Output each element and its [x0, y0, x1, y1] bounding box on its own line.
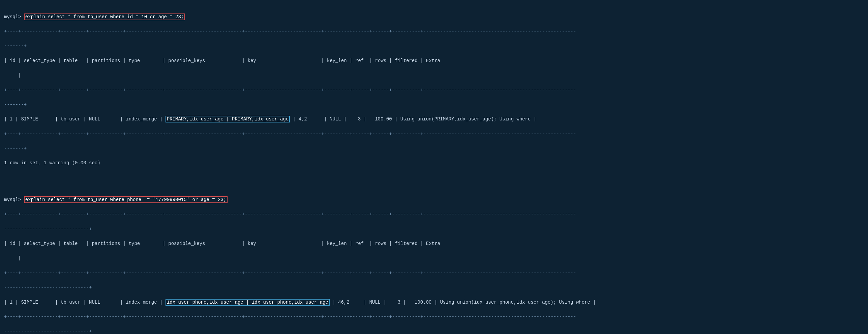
sep4b: ------------------------------+: [4, 226, 864, 233]
sep4a: +----+-------------+---------+----------…: [4, 211, 864, 218]
prompt2: mysql>: [4, 197, 24, 202]
sep6a: +----+-------------+---------+----------…: [4, 313, 864, 321]
query2-line: mysql> explain select * from tb_user whe…: [4, 196, 864, 204]
header2: | id | select_type | table | partitions …: [4, 240, 864, 248]
prompt1: mysql>: [4, 14, 24, 20]
sep5a: +----+-------------+---------+----------…: [4, 270, 864, 277]
header1: | id | select_type | table | partitions …: [4, 57, 864, 65]
blank1: [4, 182, 864, 189]
index1-highlight: PRIMARY,idx_user_age | PRIMARY,idx_user_…: [166, 116, 290, 122]
data2: | 1 | SIMPLE | tb_user | NULL | index_me…: [4, 299, 864, 306]
index2-highlight: idx_user_phone,idx_user_age | idx_user_p…: [166, 299, 330, 306]
sep2a: +----+-------------+---------+----------…: [4, 87, 864, 94]
header2b: |: [4, 255, 864, 262]
data1: | 1 | SIMPLE | tb_user | NULL | index_me…: [4, 116, 864, 123]
sep6b: ------------------------------+: [4, 328, 864, 334]
query1-sql: explain select * from tb_user where id =…: [24, 13, 185, 20]
sep1b: -------+: [4, 43, 864, 50]
query2-sql: explain select * from tb_user where phon…: [24, 196, 228, 203]
query1-line: mysql> explain select * from tb_user whe…: [4, 13, 864, 21]
sep5b: ------------------------------+: [4, 284, 864, 291]
result1: 1 row in set, 1 warning (0.00 sec): [4, 160, 864, 167]
terminal-window: mysql> explain select * from tb_user whe…: [0, 3, 868, 334]
sep3b: -------+: [4, 145, 864, 152]
sep1a: +----+-------------+---------+----------…: [4, 28, 864, 35]
sep2b: -------+: [4, 101, 864, 109]
header1b: |: [4, 72, 864, 79]
sep3a: +----+-------------+---------+----------…: [4, 131, 864, 138]
